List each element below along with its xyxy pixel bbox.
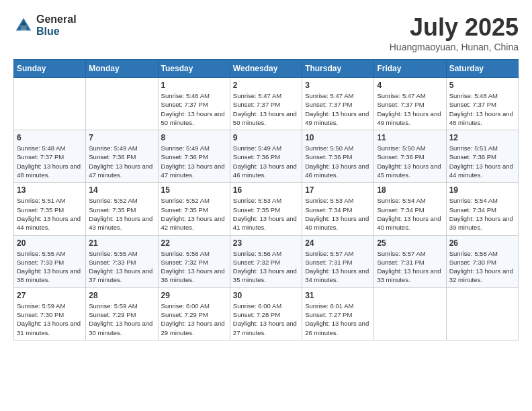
sunset-text: Sunset: 7:37 PM [449, 101, 496, 108]
daylight-text: Daylight: 13 hours and 40 minutes. [377, 215, 441, 231]
daylight-text: Daylight: 13 hours and 43 minutes. [89, 215, 152, 231]
day-number: 28 [89, 291, 154, 300]
daylight-text: Daylight: 13 hours and 35 minutes. [233, 267, 297, 283]
day-number: 22 [161, 238, 227, 248]
sunset-text: Sunset: 7:36 PM [305, 153, 352, 161]
daylight-text: Daylight: 13 hours and 44 minutes. [17, 215, 81, 231]
sunrise-text: Sunrise: 5:49 AM [233, 144, 281, 152]
calendar-cell [374, 287, 446, 340]
daylight-text: Daylight: 13 hours and 33 minutes. [377, 267, 441, 283]
daylight-text: Daylight: 13 hours and 36 minutes. [161, 267, 225, 283]
day-info: Sunrise: 5:52 AM Sunset: 7:35 PM Dayligh… [161, 196, 227, 232]
sunrise-text: Sunrise: 5:47 AM [305, 92, 353, 99]
calendar-cell: 18 Sunrise: 5:54 AM Sunset: 7:34 PM Dayl… [374, 183, 446, 235]
sunset-text: Sunset: 7:30 PM [17, 311, 64, 318]
sunrise-text: Sunrise: 5:54 AM [449, 197, 498, 204]
sunset-text: Sunset: 7:35 PM [233, 206, 280, 214]
sunset-text: Sunset: 7:36 PM [161, 153, 208, 161]
sunrise-text: Sunrise: 5:52 AM [161, 197, 210, 204]
day-info: Sunrise: 5:55 AM Sunset: 7:33 PM Dayligh… [17, 249, 83, 285]
daylight-text: Daylight: 13 hours and 41 minutes. [233, 215, 297, 231]
day-info: Sunrise: 5:56 AM Sunset: 7:32 PM Dayligh… [233, 249, 299, 285]
calendar-cell: 9 Sunrise: 5:49 AM Sunset: 7:36 PM Dayli… [230, 130, 302, 183]
page-header: General Blue July 2025 Huangmaoyuan, Hun… [13, 13, 519, 52]
day-number: 15 [161, 185, 227, 195]
daylight-text: Daylight: 13 hours and 46 minutes. [305, 163, 369, 179]
daylight-text: Daylight: 13 hours and 38 minutes. [17, 267, 81, 283]
sunset-text: Sunset: 7:37 PM [377, 101, 424, 108]
sunrise-text: Sunrise: 5:57 AM [305, 250, 353, 257]
calendar-cell: 26 Sunrise: 5:58 AM Sunset: 7:30 PM Dayl… [446, 235, 518, 287]
daylight-text: Daylight: 13 hours and 48 minutes. [449, 110, 513, 126]
day-number: 9 [233, 133, 299, 142]
svg-rect-2 [21, 26, 27, 31]
daylight-text: Daylight: 13 hours and 26 minutes. [305, 320, 369, 336]
sunset-text: Sunset: 7:37 PM [161, 101, 208, 108]
calendar-cell: 28 Sunrise: 5:59 AM Sunset: 7:29 PM Dayl… [86, 287, 158, 340]
sunset-text: Sunset: 7:36 PM [233, 153, 280, 161]
daylight-text: Daylight: 13 hours and 49 minutes. [377, 110, 441, 126]
day-info: Sunrise: 5:47 AM Sunset: 7:37 PM Dayligh… [233, 91, 299, 127]
daylight-text: Daylight: 13 hours and 47 minutes. [161, 163, 225, 179]
day-number: 13 [17, 185, 83, 195]
calendar-cell: 7 Sunrise: 5:49 AM Sunset: 7:36 PM Dayli… [86, 130, 158, 183]
daylight-text: Daylight: 13 hours and 50 minutes. [161, 110, 225, 126]
daylight-text: Daylight: 13 hours and 44 minutes. [449, 163, 513, 179]
daylight-text: Daylight: 13 hours and 49 minutes. [305, 110, 369, 126]
sunrise-text: Sunrise: 5:57 AM [377, 250, 425, 257]
sunset-text: Sunset: 7:37 PM [17, 153, 64, 161]
sunset-text: Sunset: 7:36 PM [449, 153, 496, 161]
month-title: July 2025 [390, 13, 519, 42]
day-number: 8 [161, 133, 227, 142]
daylight-text: Daylight: 13 hours and 29 minutes. [161, 320, 225, 336]
day-info: Sunrise: 5:57 AM Sunset: 7:31 PM Dayligh… [305, 249, 371, 285]
day-number: 10 [305, 133, 371, 142]
day-number: 27 [17, 291, 83, 300]
day-info: Sunrise: 5:53 AM Sunset: 7:35 PM Dayligh… [233, 196, 299, 232]
day-number: 2 [233, 81, 299, 90]
day-info: Sunrise: 5:50 AM Sunset: 7:36 PM Dayligh… [377, 144, 443, 179]
calendar-cell: 30 Sunrise: 6:00 AM Sunset: 7:28 PM Dayl… [230, 287, 302, 340]
sunset-text: Sunset: 7:28 PM [233, 311, 280, 318]
sunset-text: Sunset: 7:35 PM [161, 206, 208, 214]
calendar-cell: 5 Sunrise: 5:48 AM Sunset: 7:37 PM Dayli… [446, 78, 518, 130]
day-info: Sunrise: 6:01 AM Sunset: 7:27 PM Dayligh… [305, 302, 371, 337]
day-number: 21 [89, 238, 154, 248]
day-number: 1 [161, 81, 227, 90]
sunrise-text: Sunrise: 5:55 AM [17, 250, 65, 257]
calendar-cell: 3 Sunrise: 5:47 AM Sunset: 7:37 PM Dayli… [302, 78, 374, 130]
day-number: 14 [89, 185, 154, 195]
calendar-table: SundayMondayTuesdayWednesdayThursdayFrid… [13, 59, 519, 340]
location-label: Huangmaoyuan, Hunan, China [390, 42, 519, 52]
day-info: Sunrise: 5:46 AM Sunset: 7:37 PM Dayligh… [161, 91, 227, 127]
sunrise-text: Sunrise: 5:59 AM [17, 302, 65, 310]
sunrise-text: Sunrise: 5:49 AM [89, 144, 137, 152]
sunrise-text: Sunrise: 5:53 AM [233, 197, 281, 204]
sunset-text: Sunset: 7:27 PM [305, 311, 352, 318]
calendar-week-row: 6 Sunrise: 5:48 AM Sunset: 7:37 PM Dayli… [14, 130, 519, 183]
sunset-text: Sunset: 7:29 PM [89, 311, 136, 318]
sunset-text: Sunset: 7:29 PM [161, 311, 208, 318]
sunrise-text: Sunrise: 5:49 AM [161, 144, 210, 152]
day-number: 29 [161, 291, 227, 300]
calendar-cell: 11 Sunrise: 5:50 AM Sunset: 7:36 PM Dayl… [374, 130, 446, 183]
calendar-cell: 16 Sunrise: 5:53 AM Sunset: 7:35 PM Dayl… [230, 183, 302, 235]
day-header-wednesday: Wednesday [230, 60, 302, 78]
day-info: Sunrise: 5:59 AM Sunset: 7:30 PM Dayligh… [17, 302, 83, 337]
day-info: Sunrise: 5:48 AM Sunset: 7:37 PM Dayligh… [17, 144, 83, 179]
calendar-cell: 24 Sunrise: 5:57 AM Sunset: 7:31 PM Dayl… [302, 235, 374, 287]
daylight-text: Daylight: 13 hours and 42 minutes. [161, 215, 225, 231]
day-number: 20 [17, 238, 83, 248]
calendar-cell [446, 287, 518, 340]
sunrise-text: Sunrise: 6:01 AM [305, 302, 353, 310]
logo-text: General Blue [36, 13, 77, 37]
day-info: Sunrise: 5:47 AM Sunset: 7:37 PM Dayligh… [305, 91, 371, 127]
sunrise-text: Sunrise: 5:54 AM [377, 197, 425, 204]
sunrise-text: Sunrise: 5:56 AM [161, 250, 210, 257]
calendar-week-row: 20 Sunrise: 5:55 AM Sunset: 7:33 PM Dayl… [14, 235, 519, 287]
sunrise-text: Sunrise: 5:51 AM [17, 197, 65, 204]
sunrise-text: Sunrise: 6:00 AM [233, 302, 281, 310]
day-number: 3 [305, 81, 371, 90]
day-info: Sunrise: 5:53 AM Sunset: 7:34 PM Dayligh… [305, 196, 371, 232]
calendar-cell: 6 Sunrise: 5:48 AM Sunset: 7:37 PM Dayli… [14, 130, 86, 183]
